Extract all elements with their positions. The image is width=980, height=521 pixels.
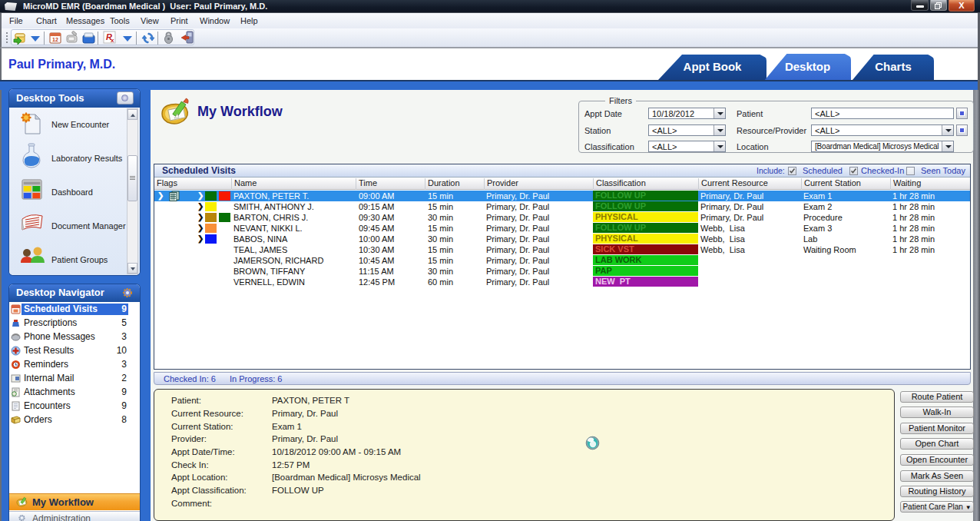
svg-text:12: 12 [52, 37, 58, 42]
svg-text:x: x [111, 37, 114, 44]
